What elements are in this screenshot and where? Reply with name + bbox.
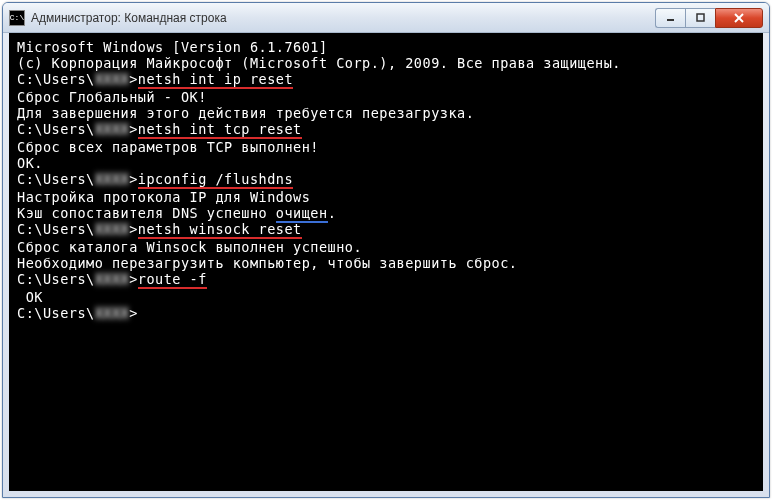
output-line: Сброс каталога Winsock выполнен успешно. [17, 239, 755, 255]
maximize-button[interactable] [685, 8, 715, 28]
titlebar[interactable]: C:\ Администратор: Командная строка [3, 3, 769, 33]
prompt-line-2: C:\Users\XXXX>netsh int tcp reset [17, 121, 755, 139]
prompt-line-3: C:\Users\XXXX>ipconfig /flushdns [17, 171, 755, 189]
output-line: Необходимо перезагрузить компьютер, чтоб… [17, 255, 755, 271]
window-title: Администратор: Командная строка [31, 11, 655, 25]
svg-rect-1 [697, 14, 704, 21]
cmd-icon: C:\ [9, 10, 25, 26]
close-button[interactable] [715, 8, 763, 28]
minimize-button[interactable] [655, 8, 685, 28]
prompt-line-5: C:\Users\XXXX>route -f [17, 271, 755, 289]
command-1: netsh int ip reset [138, 71, 293, 89]
output-line: OK [17, 289, 755, 305]
command-prompt-window: C:\ Администратор: Командная строка Micr… [2, 2, 770, 498]
command-4: netsh winsock reset [138, 221, 302, 239]
command-2: netsh int tcp reset [138, 121, 302, 139]
terminal-output[interactable]: Microsoft Windows [Version 6.1.7601] (c)… [9, 33, 763, 491]
output-line: Кэш сопоставителя DNS успешно очищен. [17, 205, 755, 221]
output-line: OK. [17, 155, 755, 171]
window-controls [655, 8, 763, 28]
command-3: ipconfig /flushdns [138, 171, 293, 189]
command-5: route -f [138, 271, 207, 289]
version-line: Microsoft Windows [Version 6.1.7601] [17, 39, 755, 55]
prompt-line-1: C:\Users\XXXX>netsh int ip reset [17, 71, 755, 89]
output-line: Сброс всех параметров TCP выполнен! [17, 139, 755, 155]
output-line: Сброс Глобальный - OK! [17, 89, 755, 105]
prompt-line-6: C:\Users\XXXX> [17, 305, 755, 321]
copyright-line: (c) Корпорация Майкрософт (Microsoft Cor… [17, 55, 755, 71]
output-line: Настройка протокола IP для Windows [17, 189, 755, 205]
output-line: Для завершения этого действия требуется … [17, 105, 755, 121]
prompt-line-4: C:\Users\XXXX>netsh winsock reset [17, 221, 755, 239]
